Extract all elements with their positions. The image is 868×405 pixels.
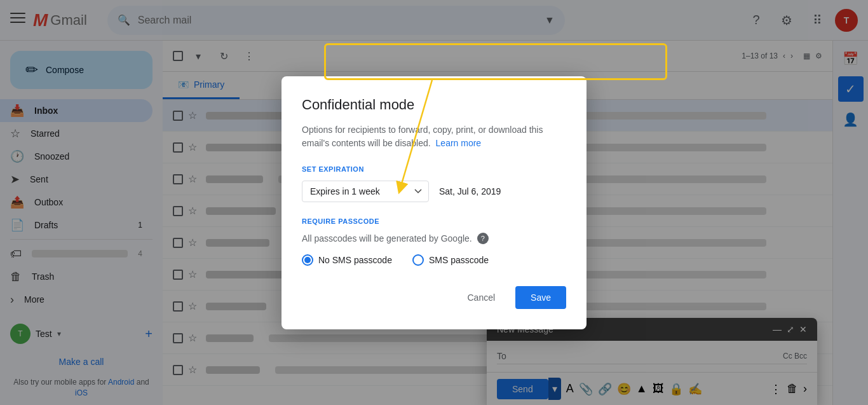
- set-expiration-label: SET EXPIRATION: [302, 165, 566, 173]
- expiry-row: Expires in 1 week No expiration 1 day 1 …: [302, 181, 566, 202]
- passcode-description: All passcodes will be generated by Googl…: [302, 233, 566, 244]
- save-button[interactable]: Save: [515, 286, 566, 309]
- learn-more-link[interactable]: Learn more: [436, 138, 482, 148]
- modal-title: Confidential mode: [302, 97, 566, 113]
- modal-description: Options for recipients to forward, copy,…: [302, 123, 566, 150]
- passcode-section: REQUIRE PASSCODE All passcodes will be g…: [302, 217, 566, 244]
- expiry-date: Sat, Jul 6, 2019: [439, 186, 501, 196]
- sms-label: SMS passcode: [429, 255, 489, 265]
- no-sms-radio[interactable]: [302, 254, 313, 266]
- no-sms-option[interactable]: No SMS passcode: [302, 254, 392, 266]
- sms-option[interactable]: SMS passcode: [412, 254, 489, 266]
- confidential-mode-modal: Confidential mode Options for recipients…: [281, 76, 587, 329]
- modal-footer: Cancel Save: [302, 286, 566, 309]
- passcode-radio-group: No SMS passcode SMS passcode: [302, 254, 566, 266]
- passcode-help-icon[interactable]: ?: [477, 233, 489, 244]
- expiry-dropdown[interactable]: Expires in 1 week No expiration 1 day 1 …: [302, 181, 429, 202]
- cancel-button[interactable]: Cancel: [452, 286, 510, 309]
- no-sms-label: No SMS passcode: [318, 255, 392, 265]
- require-passcode-label: REQUIRE PASSCODE: [302, 217, 566, 225]
- modal-overlay: Confidential mode Options for recipients…: [0, 0, 868, 405]
- sms-radio[interactable]: [412, 254, 424, 266]
